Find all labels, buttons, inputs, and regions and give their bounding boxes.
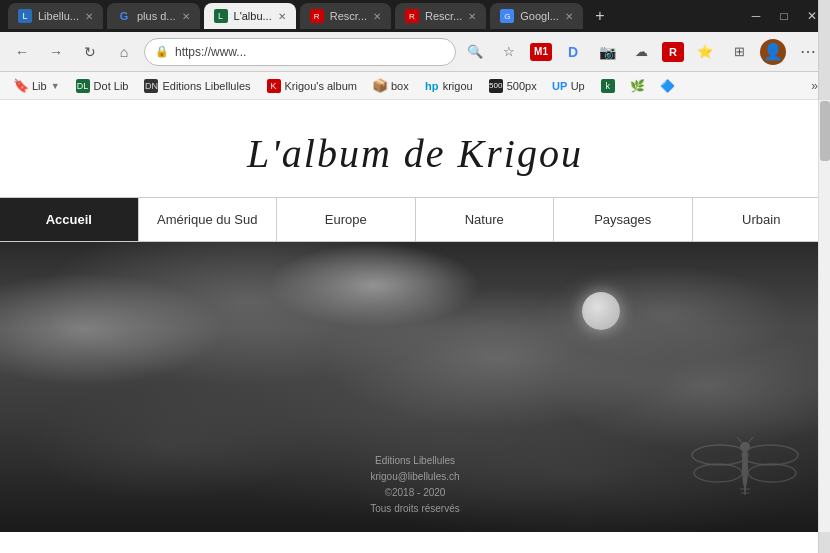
new-tab-button[interactable]: +	[587, 3, 613, 29]
tab-album[interactable]: L L'albu... ✕	[204, 3, 296, 29]
tab-label-rescro2: Rescr...	[425, 10, 462, 22]
site-header: L'album de Krigou	[0, 100, 830, 197]
bookmark-box-label: box	[391, 80, 409, 92]
tab-label-google2: Googl...	[520, 10, 559, 22]
tab-icon-rescro2: R	[405, 9, 419, 23]
bookmark-dot-lib-icon: DL	[76, 79, 90, 93]
mail-icon[interactable]: M1	[530, 43, 552, 61]
bookmark-krigou-icon: K	[267, 79, 281, 93]
user-avatar[interactable]: 👤	[760, 39, 786, 65]
nav-accueil[interactable]: Accueil	[0, 198, 139, 241]
bookmark-lib-icon: 🔖	[14, 79, 28, 93]
footer-email: krigou@libellules.ch	[0, 469, 830, 485]
rescro-icon[interactable]: R	[662, 42, 684, 62]
bookmark-500px-icon: 500	[489, 79, 503, 93]
bookmark-up-label: Up	[571, 80, 585, 92]
tab-icon-google: G	[117, 9, 131, 23]
nav-europe[interactable]: Europe	[277, 198, 416, 241]
navigation-bar: ← → ↻ ⌂ 🔒 https://www... 🔍 ☆ M1 D 📷 ☁ R …	[0, 32, 830, 72]
bookmark-hp[interactable]: hp krigou	[419, 77, 479, 95]
bookmark-box[interactable]: 📦 box	[367, 77, 415, 95]
tab-rescro2[interactable]: R Rescr... ✕	[395, 3, 486, 29]
bookmark-dot-news-label: Editions Libellules	[162, 80, 250, 92]
website-content: L'album de Krigou Accueil Amérique du Su…	[0, 100, 830, 532]
favorites-icon[interactable]: ⭐	[692, 39, 718, 65]
nav-urbain[interactable]: Urbain	[693, 198, 831, 241]
tab-rescro1[interactable]: R Rescr... ✕	[300, 3, 391, 29]
bookmark-star-icon[interactable]: ☆	[496, 39, 522, 65]
bookmark-blue[interactable]: 🔷	[655, 77, 681, 95]
tab-icon-album: L	[214, 9, 228, 23]
title-bar: L Libellu... ✕ G plus d... ✕ L L'albu...…	[0, 0, 830, 32]
minimize-button[interactable]: ─	[746, 9, 766, 23]
tab-label-rescro1: Rescr...	[330, 10, 367, 22]
zoom-icon[interactable]: 🔍	[462, 39, 488, 65]
address-bar[interactable]: 🔒 https://www...	[144, 38, 456, 66]
maximize-button[interactable]: □	[774, 9, 794, 23]
nav-icons-group: 🔍 ☆ M1 D 📷 ☁ R ⭐ ⊞ 👤 ⋯	[462, 38, 822, 66]
svg-line-6	[737, 437, 742, 443]
bookmark-dot-news[interactable]: DN Editions Libellules	[138, 77, 256, 95]
footer-copyright: ©2018 - 2020	[0, 485, 830, 501]
nav-paysages[interactable]: Paysages	[554, 198, 693, 241]
tab-libellu[interactable]: L Libellu... ✕	[8, 3, 103, 29]
refresh-button[interactable]: ↻	[76, 38, 104, 66]
tab-label-album: L'albu...	[234, 10, 272, 22]
tab-label-libellu: Libellu...	[38, 10, 79, 22]
tab-close-rescro1[interactable]: ✕	[373, 11, 381, 22]
bookmark-500px-label: 500px	[507, 80, 537, 92]
bookmark-box-icon: 📦	[373, 79, 387, 93]
bookmark-k-icon: k	[601, 79, 615, 93]
tab-google[interactable]: G plus d... ✕	[107, 3, 200, 29]
tab-close-libellu[interactable]: ✕	[85, 11, 93, 22]
bookmark-lib[interactable]: 🔖 Lib ▼	[8, 77, 66, 95]
site-navigation: Accueil Amérique du Sud Europe Nature Pa…	[0, 197, 830, 242]
bookmark-green-icon: 🌿	[631, 79, 645, 93]
site-title: L'album de Krigou	[20, 130, 810, 177]
bookmark-dot-news-icon: DN	[144, 79, 158, 93]
nav-amerique[interactable]: Amérique du Sud	[139, 198, 278, 241]
hero-footer: Editions Libellules krigou@libellules.ch…	[0, 453, 830, 517]
tab-google2[interactable]: G Googl... ✕	[490, 3, 583, 29]
bookmark-k[interactable]: k	[595, 77, 621, 95]
security-icon: 🔒	[155, 45, 169, 58]
docs-icon[interactable]: D	[560, 39, 586, 65]
moon	[582, 292, 620, 330]
bookmark-dot-lib-label: Dot Lib	[94, 80, 129, 92]
scrollbar-thumb[interactable]	[820, 101, 830, 161]
page-scrollbar[interactable]	[818, 100, 830, 532]
footer-rights: Tous droits réservés	[0, 501, 830, 517]
camera-icon[interactable]: 📷	[594, 39, 620, 65]
bookmark-500px[interactable]: 500 500px	[483, 77, 543, 95]
bookmark-green[interactable]: 🌿	[625, 77, 651, 95]
bookmark-lib-label: Lib	[32, 80, 47, 92]
tab-label-google: plus d...	[137, 10, 176, 22]
cloud-icon[interactable]: ☁	[628, 39, 654, 65]
footer-editions: Editions Libellules	[0, 453, 830, 469]
nav-nature[interactable]: Nature	[416, 198, 555, 241]
grid-icon[interactable]: ⊞	[726, 39, 752, 65]
bookmark-blue-icon: 🔷	[661, 79, 675, 93]
bookmark-dot-lib[interactable]: DL Dot Lib	[70, 77, 135, 95]
svg-line-7	[748, 437, 753, 443]
hero-image: Editions Libellules krigou@libellules.ch…	[0, 242, 830, 532]
bookmark-hp-icon: hp	[425, 79, 439, 93]
window-controls: ─ □ ✕	[746, 9, 822, 23]
bookmark-krigou-album[interactable]: K Krigou's album	[261, 77, 363, 95]
forward-button[interactable]: →	[42, 38, 70, 66]
bookmark-up[interactable]: UP Up	[547, 77, 591, 95]
tab-close-rescro2[interactable]: ✕	[468, 11, 476, 22]
url-text: https://www...	[175, 45, 445, 59]
back-button[interactable]: ←	[8, 38, 36, 66]
bookmark-up-icon: UP	[553, 79, 567, 93]
tab-icon-libellu: L	[18, 9, 32, 23]
bookmark-hp-label: krigou	[443, 80, 473, 92]
home-button[interactable]: ⌂	[110, 38, 138, 66]
tab-close-album[interactable]: ✕	[278, 11, 286, 22]
tab-icon-rescro1: R	[310, 9, 324, 23]
bookmark-krigou-label: Krigou's album	[285, 80, 357, 92]
tab-icon-google2: G	[500, 9, 514, 23]
tab-close-google[interactable]: ✕	[182, 11, 190, 22]
bookmarks-bar: 🔖 Lib ▼ DL Dot Lib DN Editions Libellule…	[0, 72, 830, 100]
tab-close-google2[interactable]: ✕	[565, 11, 573, 22]
